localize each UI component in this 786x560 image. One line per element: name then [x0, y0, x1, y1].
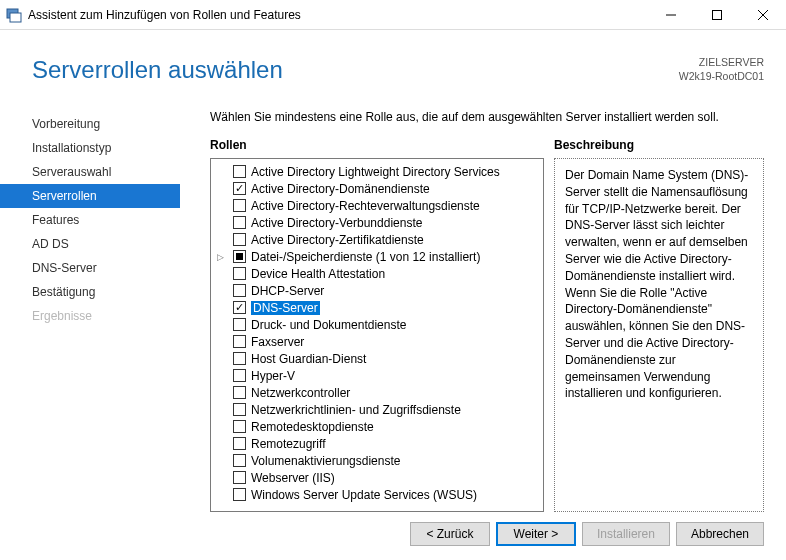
- sidebar-item-8: Ergebnisse: [0, 304, 180, 328]
- role-checkbox[interactable]: [233, 182, 246, 195]
- minimize-button[interactable]: [648, 0, 694, 30]
- role-checkbox[interactable]: [233, 454, 246, 467]
- description-text: Der Domain Name System (DNS)-Server stel…: [554, 158, 764, 512]
- role-checkbox[interactable]: [233, 318, 246, 331]
- role-label: Active Directory-Domänendienste: [251, 182, 430, 196]
- role-row[interactable]: Active Directory-Rechteverwaltungsdienst…: [233, 197, 541, 214]
- role-checkbox[interactable]: [233, 301, 246, 314]
- role-label: DNS-Server: [251, 301, 320, 315]
- role-checkbox[interactable]: [233, 437, 246, 450]
- instruction-text: Wählen Sie mindestens eine Rolle aus, di…: [210, 110, 764, 124]
- roles-listbox[interactable]: Active Directory Lightweight Directory S…: [210, 158, 544, 512]
- sidebar-item-5[interactable]: AD DS: [0, 232, 180, 256]
- role-checkbox[interactable]: [233, 369, 246, 382]
- role-label: Remotedesktopdienste: [251, 420, 374, 434]
- role-checkbox[interactable]: [233, 216, 246, 229]
- role-row[interactable]: Netzwerkrichtlinien- und Zugriffsdienste: [233, 401, 541, 418]
- role-row[interactable]: Host Guardian-Dienst: [233, 350, 541, 367]
- role-row[interactable]: Windows Server Update Services (WSUS): [233, 486, 541, 503]
- role-label: Druck- und Dokumentdienste: [251, 318, 406, 332]
- role-label: Datei-/Speicherdienste (1 von 12 install…: [251, 250, 480, 264]
- role-checkbox[interactable]: [233, 420, 246, 433]
- role-row[interactable]: Druck- und Dokumentdienste: [233, 316, 541, 333]
- role-row[interactable]: Device Health Attestation: [233, 265, 541, 282]
- role-checkbox[interactable]: [233, 284, 246, 297]
- role-row[interactable]: Remotedesktopdienste: [233, 418, 541, 435]
- role-row[interactable]: Hyper-V: [233, 367, 541, 384]
- titlebar: Assistent zum Hinzufügen von Rollen und …: [0, 0, 786, 30]
- role-label: Active Directory-Zertifikatdienste: [251, 233, 424, 247]
- svg-rect-3: [713, 10, 722, 19]
- role-checkbox[interactable]: [233, 403, 246, 416]
- role-row[interactable]: Active Directory-Verbunddienste: [233, 214, 541, 231]
- role-label: Volumenaktivierungsdienste: [251, 454, 400, 468]
- cancel-button[interactable]: Abbrechen: [676, 522, 764, 546]
- role-row[interactable]: Active Directory-Domänendienste: [233, 180, 541, 197]
- role-checkbox[interactable]: [233, 386, 246, 399]
- role-label: Active Directory Lightweight Directory S…: [251, 165, 500, 179]
- role-checkbox[interactable]: [233, 233, 246, 246]
- role-label: DHCP-Server: [251, 284, 324, 298]
- target-info: ZIELSERVER W2k19-RootDC01: [679, 56, 764, 83]
- role-checkbox[interactable]: [233, 199, 246, 212]
- target-server: W2k19-RootDC01: [679, 70, 764, 84]
- role-checkbox[interactable]: [233, 267, 246, 280]
- role-label: Active Directory-Verbunddienste: [251, 216, 422, 230]
- install-button[interactable]: Installieren: [582, 522, 670, 546]
- role-label: Webserver (IIS): [251, 471, 335, 485]
- role-label: Active Directory-Rechteverwaltungsdienst…: [251, 199, 480, 213]
- role-label: Windows Server Update Services (WSUS): [251, 488, 477, 502]
- role-checkbox[interactable]: [233, 471, 246, 484]
- role-row[interactable]: Netzwerkcontroller: [233, 384, 541, 401]
- role-label: Host Guardian-Dienst: [251, 352, 366, 366]
- role-row[interactable]: Active Directory-Zertifikatdienste: [233, 231, 541, 248]
- role-checkbox[interactable]: [233, 352, 246, 365]
- sidebar-item-7[interactable]: Bestätigung: [0, 280, 180, 304]
- roles-heading: Rollen: [210, 138, 544, 152]
- role-row[interactable]: ▷Datei-/Speicherdienste (1 von 12 instal…: [233, 248, 541, 265]
- role-checkbox[interactable]: [233, 250, 246, 263]
- role-label: Netzwerkcontroller: [251, 386, 350, 400]
- server-manager-icon: [6, 7, 22, 23]
- maximize-button[interactable]: [694, 0, 740, 30]
- role-checkbox[interactable]: [233, 488, 246, 501]
- role-row[interactable]: Faxserver: [233, 333, 541, 350]
- role-label: Netzwerkrichtlinien- und Zugriffsdienste: [251, 403, 461, 417]
- sidebar-item-1[interactable]: Installationstyp: [0, 136, 180, 160]
- page-title: Serverrollen auswählen: [32, 56, 283, 84]
- sidebar-item-6[interactable]: DNS-Server: [0, 256, 180, 280]
- sidebar-item-2[interactable]: Serverauswahl: [0, 160, 180, 184]
- role-row[interactable]: DHCP-Server: [233, 282, 541, 299]
- role-checkbox[interactable]: [233, 335, 246, 348]
- role-checkbox[interactable]: [233, 165, 246, 178]
- wizard-sidebar: VorbereitungInstallationstypServerauswah…: [0, 96, 180, 512]
- role-row[interactable]: Active Directory Lightweight Directory S…: [233, 163, 541, 180]
- next-button[interactable]: Weiter >: [496, 522, 576, 546]
- role-label: Hyper-V: [251, 369, 295, 383]
- window-title: Assistent zum Hinzufügen von Rollen und …: [28, 8, 648, 22]
- sidebar-item-0[interactable]: Vorbereitung: [0, 112, 180, 136]
- role-label: Remotezugriff: [251, 437, 325, 451]
- description-heading: Beschreibung: [554, 138, 764, 152]
- target-label: ZIELSERVER: [679, 56, 764, 70]
- role-label: Device Health Attestation: [251, 267, 385, 281]
- sidebar-item-4[interactable]: Features: [0, 208, 180, 232]
- close-button[interactable]: [740, 0, 786, 30]
- role-row[interactable]: Webserver (IIS): [233, 469, 541, 486]
- role-row[interactable]: Volumenaktivierungsdienste: [233, 452, 541, 469]
- back-button[interactable]: < Zurück: [410, 522, 490, 546]
- wizard-footer: < Zurück Weiter > Installieren Abbrechen: [0, 512, 786, 560]
- role-row[interactable]: DNS-Server: [233, 299, 541, 316]
- svg-rect-1: [10, 13, 21, 22]
- expand-icon[interactable]: ▷: [217, 252, 224, 262]
- role-label: Faxserver: [251, 335, 304, 349]
- role-row[interactable]: Remotezugriff: [233, 435, 541, 452]
- sidebar-item-3[interactable]: Serverrollen: [0, 184, 180, 208]
